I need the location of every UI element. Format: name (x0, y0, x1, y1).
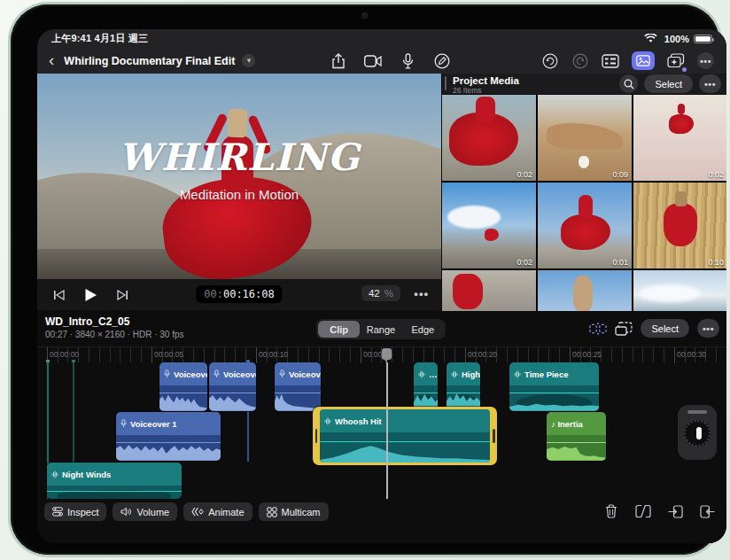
overwrite-clip-icon[interactable] (698, 502, 716, 520)
viewer-more-button[interactable]: ••• (414, 287, 429, 300)
enhance-clips-icon[interactable] (589, 320, 607, 338)
clip-label: Whoosh Hit (335, 416, 382, 426)
share-icon[interactable] (330, 52, 347, 70)
app-toolbar: ‹ Whirling Documentary Final Edit ▾ (37, 48, 726, 74)
volume-button[interactable]: Volume (113, 502, 177, 521)
ruler-label: 00:00:05 (151, 350, 183, 359)
media-browser-button-active[interactable] (632, 51, 655, 70)
undo-icon[interactable] (541, 52, 559, 70)
back-button[interactable]: ‹ (46, 51, 57, 71)
timeline-more-button[interactable]: ••• (697, 319, 719, 338)
clip-label: Night Winds (62, 470, 111, 479)
media-thumbnail[interactable]: 0:02 (442, 95, 536, 181)
selected-clip-wrapper[interactable]: Whoosh Hit (313, 407, 497, 465)
timeline-clip-whoosh-hit-selected[interactable]: Whoosh Hit (320, 409, 490, 463)
media-panel-title: Project Media (453, 75, 519, 86)
media-thumbnail[interactable] (442, 270, 536, 312)
dancer-hat (227, 109, 247, 138)
animate-label: Animate (208, 507, 244, 517)
media-select-button[interactable]: Select (644, 74, 693, 93)
panel-drag-handle[interactable] (445, 76, 447, 90)
viewer-zoom-control[interactable]: 42 % (361, 285, 400, 301)
clip-label: Time Piece (524, 369, 568, 379)
timeline-actions: Select ••• (589, 319, 719, 338)
playhead-line[interactable] (386, 362, 388, 499)
mode-edge[interactable]: Edge (402, 321, 444, 338)
ipad-device-frame: 上午9:41 4月1日 週三 100% ‹ Whirling Documenta… (11, 4, 719, 555)
timeline-project-meta: 00:27 · 3840 × 2160 · HDR · 30 fps (45, 330, 183, 339)
timeline-header: WD_Intro_C2_05 00:27 · 3840 × 2160 · HDR… (37, 313, 726, 345)
microphone-icon[interactable] (399, 52, 416, 70)
jog-dial[interactable] (684, 420, 711, 447)
timecode-hours: 00: (204, 288, 223, 300)
edit-action-icons (602, 502, 716, 520)
playhead-handle[interactable] (382, 348, 392, 360)
transport-bar: 00:00:16:08 42 % ••• (37, 279, 441, 310)
effects-library-icon[interactable] (667, 52, 685, 70)
clip-duration: 0:01 (612, 258, 628, 267)
timeline-clip-time-piece[interactable]: Time Piece (509, 362, 599, 411)
redo-icon[interactable] (571, 52, 589, 70)
timeline-clip-voiceover1[interactable]: Voiceover 1 (116, 412, 221, 461)
timecode-value: 00:16:08 (223, 288, 275, 300)
timeline-clip-night-winds[interactable]: Night Winds (47, 463, 182, 499)
inspect-label: Inspect (67, 507, 98, 517)
timeline-select-button[interactable]: Select (641, 319, 689, 338)
media-thumbnail[interactable] (538, 270, 632, 312)
media-thumbnail[interactable]: 0:02 (633, 95, 726, 181)
stage: 上午9:41 4月1日 週三 100% ‹ Whirling Documenta… (0, 0, 730, 560)
media-thumbnail[interactable]: 0:09 (538, 95, 632, 181)
media-thumbnail[interactable]: 0:02 (442, 183, 536, 268)
toolbar-more-button[interactable]: ••• (697, 52, 714, 69)
viewer[interactable]: WHIRLING Meditation in Motion (37, 74, 441, 279)
play-button[interactable] (82, 286, 99, 304)
timeline-clip-sfx[interactable]: … (414, 362, 438, 411)
timeline-clip-voiceover2[interactable]: Voiceover 2 (209, 362, 256, 411)
timeline-clip-voiceover3[interactable]: Voiceover 3 (275, 362, 321, 411)
media-thumbnail[interactable]: 0:10 (633, 183, 726, 268)
clip-label: Voiceover 1 (130, 419, 177, 429)
waveform-icon (451, 370, 458, 378)
inspect-button[interactable]: Inspect (44, 502, 106, 521)
media-item-count: 26 Items (453, 86, 482, 95)
timeline-clip-high[interactable]: High… (447, 362, 480, 411)
project-media-panel: Project Media 26 Items Select ••• 0:02 0… (442, 74, 726, 310)
mode-range[interactable]: Range (360, 321, 401, 338)
status-bar: 上午9:41 4月1日 週三 100% (37, 29, 726, 48)
battery-percent: 100% (664, 34, 689, 44)
timecode-display[interactable]: 00:00:16:08 (196, 285, 282, 303)
timeline-section: WD_Intro_C2_05 00:27 · 3840 × 2160 · HDR… (37, 311, 726, 543)
inspector-panel-icon[interactable] (602, 52, 619, 70)
media-more-button[interactable]: ••• (699, 74, 721, 93)
delete-icon[interactable] (602, 502, 620, 520)
inspect-icon (52, 507, 63, 517)
jog-wheel[interactable] (678, 405, 717, 460)
title-chevron-down-icon[interactable]: ▾ (242, 54, 255, 67)
animate-button[interactable]: Animate (183, 502, 252, 521)
mode-clip[interactable]: Clip (318, 321, 360, 338)
timeline-clip-voiceover2[interactable]: Voiceover 2 (159, 362, 207, 411)
blade-split-icon[interactable] (634, 502, 652, 520)
next-frame-button[interactable] (113, 286, 131, 304)
timeline-clips-area[interactable]: Voiceover 2 Voiceover 2 Voiceover 3 … Hi… (37, 362, 726, 499)
trim-handle-left[interactable] (315, 429, 318, 443)
search-icon[interactable] (619, 74, 638, 93)
zoom-value: 42 (369, 288, 380, 299)
timeline-clip-inertia[interactable]: ♪ Inertia (547, 412, 606, 461)
previous-frame-button[interactable] (50, 286, 67, 304)
insert-clip-icon[interactable] (666, 502, 684, 520)
trim-handle-right[interactable] (493, 429, 495, 443)
media-thumbnail[interactable] (633, 270, 726, 312)
front-camera (361, 12, 368, 19)
zoom-unit: % (384, 288, 393, 299)
picture-in-picture-icon[interactable] (615, 320, 633, 338)
video-subtitle-overlay: Meditation in Motion (37, 187, 441, 202)
multicam-button[interactable]: Multicam (259, 502, 329, 521)
clip-label: Voiceover 2 (223, 369, 256, 379)
animate-icon (191, 507, 204, 517)
waveform-icon (51, 471, 58, 478)
record-camera-icon[interactable] (364, 52, 382, 70)
pencil-annotate-icon[interactable] (433, 52, 451, 70)
waveform-icon (324, 417, 331, 425)
media-thumbnail[interactable]: 0:01 (538, 183, 632, 268)
